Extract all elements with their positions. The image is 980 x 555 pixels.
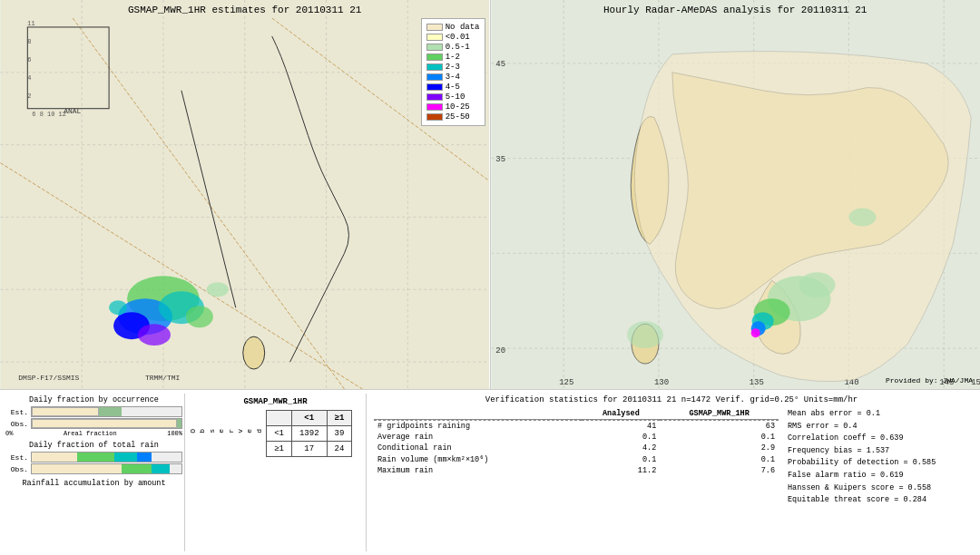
contingency-cell-lt1lt1: 1392 <box>291 426 327 442</box>
svg-point-29 <box>138 324 171 346</box>
est-bar-fill <box>32 407 99 416</box>
rain-obs-green <box>122 464 152 473</box>
verification-panel: Verification statistics for 20110311 21 … <box>367 394 976 551</box>
obs-label: Obs. <box>5 420 28 428</box>
legend-item-4: 4-5 <box>426 83 480 92</box>
contingency-row-lt1: <1 1392 39 <box>267 426 352 442</box>
legend-item-10: 10-25 <box>426 102 480 112</box>
verif-header-row: Analysed GSMAP_MWR_1HR <box>374 408 779 420</box>
stat-item-1: RMS error = 0.4 <box>788 421 969 433</box>
est-rain-fill <box>99 407 122 416</box>
legend-nodata-color <box>426 24 443 31</box>
svg-point-28 <box>186 306 213 327</box>
legend-3-color <box>426 73 443 81</box>
legend-1-color <box>426 54 443 61</box>
verif-table-layout: Analysed GSMAP_MWR_1HR # gridpoints rain… <box>374 408 969 507</box>
verif-row-gsmap-0: 63 <box>660 421 779 433</box>
svg-point-30 <box>207 282 229 297</box>
legend-001-color <box>426 34 443 41</box>
svg-text:125: 125 <box>559 378 573 387</box>
svg-text:2: 2 <box>27 92 31 100</box>
legend-5-label: 5-10 <box>446 92 466 102</box>
stat-item-2: Correlation coeff = 0.639 <box>788 433 969 445</box>
legend-3-label: 3-4 <box>446 73 460 82</box>
contingency-cell-ge1lt1: 17 <box>291 442 327 457</box>
svg-text:ANAL: ANAL <box>64 107 81 115</box>
svg-text:TRMM/TMI: TRMM/TMI <box>145 374 180 382</box>
left-map-panel: GSMAP_MWR_1HR estimates for 20110311 21 <box>0 0 491 389</box>
legend-05-color <box>426 44 443 51</box>
legend-10-color <box>426 103 443 111</box>
contingency-row-ge1: ≥1 17 24 <box>267 442 352 457</box>
stat-item-3: Frequency bias = 1.537 <box>788 445 969 458</box>
verif-row-gsmap-1: 0.1 <box>660 432 779 443</box>
svg-text:6: 6 <box>27 56 31 63</box>
svg-rect-1 <box>0 0 489 389</box>
legend-item-1: 1-2 <box>426 53 480 62</box>
verif-data-table: Analysed GSMAP_MWR_1HR # gridpoints rain… <box>374 408 779 476</box>
contingency-panel: GSMAP_MWR_1HR Observed <1 ≥1 <box>185 394 367 551</box>
svg-text:45: 45 <box>495 60 505 69</box>
verif-data-section: Analysed GSMAP_MWR_1HR # gridpoints rain… <box>374 408 779 507</box>
verif-data-row-1: Average rain0.10.1 <box>374 432 779 443</box>
accumulation-title: Rainfall accumulation by amount <box>5 479 182 488</box>
contingency-table-wrapper: <1 ≥1 <1 1392 39 ≥1 <box>266 410 352 457</box>
contingency-row-label-ge1: ≥1 <box>267 442 292 457</box>
legend-2-color <box>426 63 443 71</box>
legend-item-2: 2-3 <box>426 63 480 72</box>
legend-item-25: 25-50 <box>426 112 480 122</box>
legend-item-3: 3-4 <box>426 73 480 82</box>
legend-panel: No data <0.01 0.5-1 1-2 2-3 <box>421 18 485 126</box>
svg-point-15 <box>243 336 265 369</box>
stat-item-5: False alarm ratio = 0.619 <box>788 470 969 482</box>
axis-100pct: 100% <box>167 430 182 437</box>
verif-row-gsmap-3: 0.1 <box>660 453 779 465</box>
svg-text:20: 20 <box>495 346 505 355</box>
rain-obs-bar <box>32 464 122 473</box>
rain-est-green <box>77 453 114 462</box>
rain-obs-label: Obs. <box>5 465 28 473</box>
verif-row-label-4: Maximum rain <box>374 465 582 476</box>
legend-2-label: 2-3 <box>446 63 460 72</box>
legend-nodata-label: No data <box>446 23 480 32</box>
obs-bar-container <box>31 418 182 429</box>
legend-25-label: 25-50 <box>446 112 470 122</box>
verif-row-label-1: Average rain <box>374 432 582 443</box>
rain-est-row: Est. <box>5 452 182 462</box>
axis-areal: Areal fraction <box>64 430 117 437</box>
rain-title: Daily fraction of total rain <box>5 441 182 450</box>
legend-4-color <box>426 83 443 91</box>
axis-0pct: 0% <box>5 430 13 437</box>
legend-item-5: 5-10 <box>426 92 480 102</box>
verif-stats-section: Mean abs error = 0.1RMS error = 0.4Corre… <box>788 408 969 507</box>
rain-est-bar <box>32 453 77 462</box>
rain-est-label: Est. <box>5 453 28 462</box>
rain-chart: Daily fraction of total rain Est. Obs. <box>5 441 182 475</box>
stat-item-4: Probability of detection = 0.585 <box>788 457 969 470</box>
rain-obs-row: Obs. <box>5 463 182 474</box>
contingency-title: GSMAP_MWR_1HR <box>189 397 362 406</box>
stat-item-6: Hanssen & Kuipers score = 0.558 <box>788 482 969 495</box>
right-map-svg: 45 35 20 125 130 135 140 145 15 <box>491 0 981 389</box>
verif-col-analysed: Analysed <box>582 408 660 420</box>
bottom-row: Daily fraction by occurrence Est. Obs. <box>0 390 980 555</box>
observed-text: Observed <box>189 428 264 433</box>
provided-label: Provided by: JWA/JMA <box>886 376 973 385</box>
right-map-title: Hourly Radar-AMeDAS analysis for 2011031… <box>491 2 981 18</box>
maps-row: GSMAP_MWR_1HR estimates for 20110311 21 <box>0 0 980 390</box>
svg-text:DMSP-F17/SSMIS: DMSP-F17/SSMIS <box>18 374 79 382</box>
verif-row-analysed-3: 0.1 <box>582 453 660 465</box>
legend-4-label: 4-5 <box>446 83 460 92</box>
est-bar-container <box>31 406 182 417</box>
legend-25-color <box>426 113 443 121</box>
verif-row-label-3: Rain volume (mm×km²×10⁶) <box>374 453 582 465</box>
svg-text:8: 8 <box>27 38 31 45</box>
verif-data-row-3: Rain volume (mm×km²×10⁶)0.10.1 <box>374 453 779 465</box>
verif-data-row-4: Maximum rain11.27.6 <box>374 465 779 476</box>
verif-data-row-0: # gridpoints raining4163 <box>374 421 779 433</box>
occurrence-title: Daily fraction by occurrence <box>5 395 182 404</box>
contingency-header-ge1: ≥1 <box>327 411 352 426</box>
verif-row-label-2: Conditional rain <box>374 443 582 453</box>
rain-est-cyan <box>114 453 137 462</box>
bar-axis-occurrence: 0% Areal fraction 100% <box>5 430 182 437</box>
